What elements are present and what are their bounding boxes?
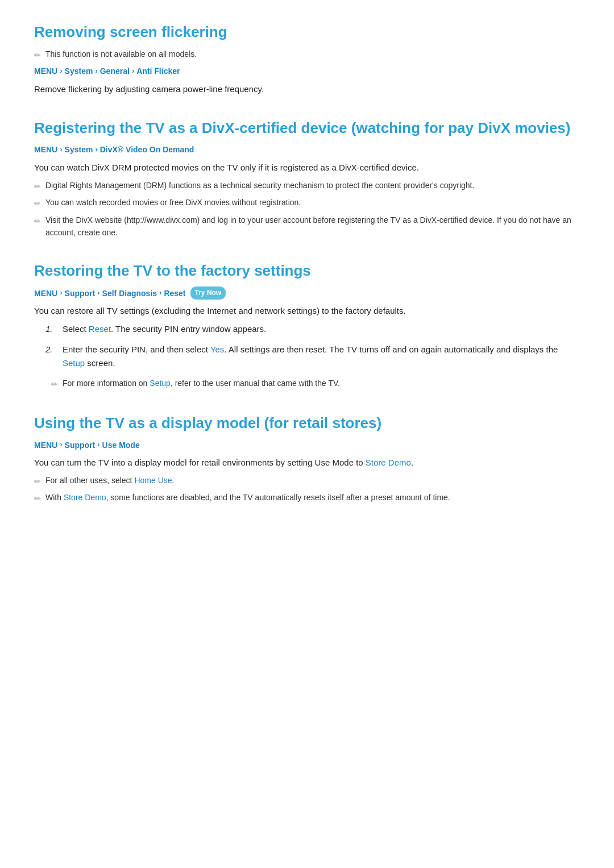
breadcrumb-factory-sep-3: › <box>159 287 161 299</box>
reset-link-1[interactable]: Reset <box>89 324 111 334</box>
breadcrumb-divx-system[interactable]: System <box>65 143 93 156</box>
body-text-display-model: You can turn the TV into a display model… <box>34 456 580 470</box>
breadcrumb-factory-reset[interactable]: Reset <box>164 287 185 300</box>
steps-list-factory: Select Reset. The security PIN entry win… <box>45 322 580 370</box>
breadcrumb-divx-sep-2: › <box>95 144 97 156</box>
home-use-link[interactable]: Home Use <box>134 476 172 485</box>
section-removing-screen-flickering: Removing screen flickering ✏ This functi… <box>34 23 580 96</box>
body-text-factory: You can restore all TV settings (excludi… <box>34 304 580 318</box>
breadcrumb-divx-sep-1: › <box>60 144 62 156</box>
breadcrumb-display-support[interactable]: Support <box>65 439 96 451</box>
note-text-display-1: For all other uses, select Home Use. <box>45 474 174 487</box>
breadcrumb-display-use-mode[interactable]: Use Mode <box>102 439 140 451</box>
store-demo-link-2[interactable]: Store Demo <box>64 493 106 502</box>
yes-link[interactable]: Yes <box>210 344 224 354</box>
breadcrumb-display-sep-2: › <box>97 439 99 451</box>
breadcrumb-anti-flicker[interactable]: Anti Flicker <box>136 65 180 77</box>
breadcrumb-factory-self-diag[interactable]: Self Diagnosis <box>102 287 157 300</box>
section-title-factory: Restoring the TV to the factory settings <box>34 261 580 281</box>
note-text-divx-1: Digital Rights Management (DRM) function… <box>45 179 474 192</box>
note-icon-divx-3: ✏ <box>34 215 41 227</box>
breadcrumb-display-sep-1: › <box>60 439 62 451</box>
note-icon-display-1: ✏ <box>34 475 41 488</box>
note-item-display-1: ✏ For all other uses, select Home Use. <box>34 474 580 488</box>
step-factory-1: Select Reset. The security PIN entry win… <box>45 322 580 336</box>
breadcrumb-divx-menu[interactable]: MENU <box>34 143 57 156</box>
note-item-divx-3: ✏ Visit the DivX website (http://www.div… <box>34 214 580 239</box>
breadcrumb-display-menu[interactable]: MENU <box>34 439 57 451</box>
breadcrumb-sep-2: › <box>95 65 97 77</box>
breadcrumb-factory: MENU › Support › Self Diagnosis › Reset … <box>34 286 580 300</box>
section-display-model: Using the TV as a display model (for ret… <box>34 414 580 505</box>
setup-link-2[interactable]: Setup <box>150 379 171 388</box>
sub-note-icon-factory: ✏ <box>51 378 58 391</box>
breadcrumb-menu[interactable]: MENU <box>34 65 57 77</box>
breadcrumb-divx-vod[interactable]: DivX® Video On Demand <box>100 143 194 156</box>
setup-link-1[interactable]: Setup <box>63 358 85 368</box>
breadcrumb-factory-sep-2: › <box>97 287 99 299</box>
breadcrumb-sep-3: › <box>132 65 134 77</box>
breadcrumb-system[interactable]: System <box>65 65 93 77</box>
body-text-divx: You can watch DivX DRM protected movies … <box>34 161 580 175</box>
breadcrumb-factory-support[interactable]: Support <box>65 287 96 300</box>
section-restoring-factory: Restoring the TV to the factory settings… <box>34 261 580 391</box>
breadcrumb-general[interactable]: General <box>100 65 130 77</box>
breadcrumb-flickering: MENU › System › General › Anti Flicker <box>34 65 580 77</box>
note-text-divx-2: You can watch recorded movies or free Di… <box>45 196 301 209</box>
store-demo-link-1[interactable]: Store Demo <box>366 458 411 467</box>
note-text-display-2: With Store Demo, some functions are disa… <box>45 491 450 504</box>
sub-note-text-factory: For more information on Setup, refer to … <box>63 377 340 389</box>
section-title-display-model: Using the TV as a display model (for ret… <box>34 414 580 433</box>
breadcrumb-factory-sep-1: › <box>60 287 62 299</box>
breadcrumb-factory-menu[interactable]: MENU <box>34 287 57 300</box>
section-title-divx: Registering the TV as a DivX-certified d… <box>34 119 580 138</box>
note-item-divx-2: ✏ You can watch recorded movies or free … <box>34 196 580 210</box>
note-item-flickering: ✏ This function is not available on all … <box>34 48 580 61</box>
body-text-flickering: Remove flickering by adjusting camera po… <box>34 82 580 96</box>
note-text-flickering: This function is not available on all mo… <box>45 48 197 60</box>
note-icon-divx-1: ✏ <box>34 180 41 193</box>
step-factory-2-text: Enter the security PIN, and then select … <box>63 343 580 370</box>
note-text-divx-3: Visit the DivX website (http://www.divx.… <box>45 214 580 239</box>
breadcrumb-divx: MENU › System › DivX® Video On Demand <box>34 143 580 156</box>
step-factory-2: Enter the security PIN, and then select … <box>45 343 580 370</box>
note-icon-display-2: ✏ <box>34 492 41 505</box>
note-item-divx-1: ✏ Digital Rights Management (DRM) functi… <box>34 179 580 193</box>
sub-note-factory: ✏ For more information on Setup, refer t… <box>51 377 580 391</box>
note-icon-divx-2: ✏ <box>34 197 41 210</box>
section-registering-divx: Registering the TV as a DivX-certified d… <box>34 119 580 239</box>
breadcrumb-sep-1: › <box>60 65 62 77</box>
step-factory-1-text: Select Reset. The security PIN entry win… <box>63 322 266 336</box>
section-title-flickering: Removing screen flickering <box>34 23 580 42</box>
try-now-badge[interactable]: Try Now <box>190 286 226 300</box>
note-item-display-2: ✏ With Store Demo, some functions are di… <box>34 491 580 505</box>
breadcrumb-display-model: MENU › Support › Use Mode <box>34 439 580 451</box>
note-icon-flickering: ✏ <box>34 49 41 61</box>
